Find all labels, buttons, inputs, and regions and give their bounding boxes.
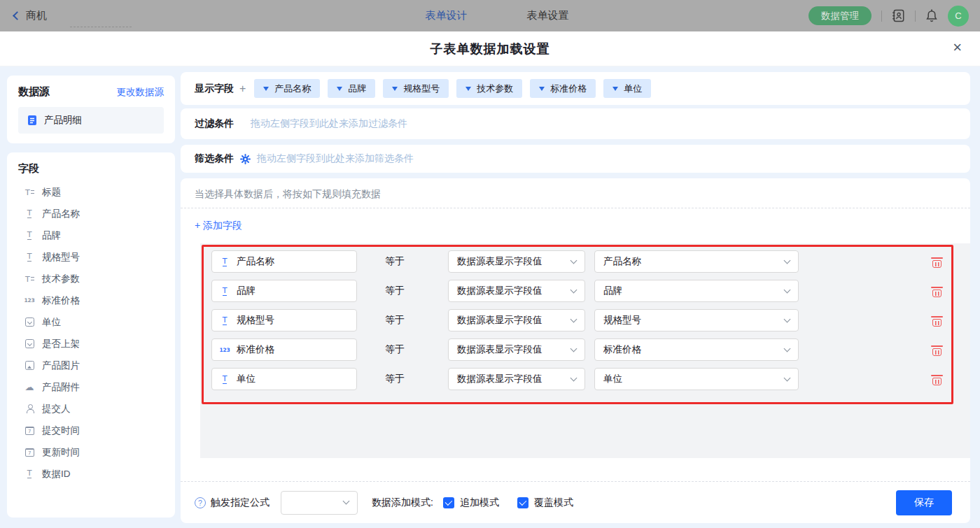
datasource-name: 产品明细 [44, 114, 82, 127]
display-field-tag[interactable]: 规格型号 [383, 79, 449, 98]
help-question-icon[interactable]: ? [195, 497, 206, 508]
field-label: 标准价格 [42, 294, 80, 307]
dropdown-triangle-icon [337, 87, 342, 91]
field-label: 技术参数 [42, 273, 80, 285]
filter-condition-card[interactable]: 过滤条件 拖动左侧字段到此处来添加过滤条件 [181, 108, 970, 139]
dropdown-triangle-icon [465, 87, 471, 91]
back-chevron-icon [13, 11, 22, 20]
sidebar-field-item[interactable]: 标题 [18, 181, 164, 203]
field-type-icon [24, 360, 35, 371]
separator [915, 10, 916, 22]
display-field-tag[interactable]: 技术参数 [456, 79, 522, 98]
topbar-actions: 数据管理 C [808, 6, 969, 27]
datasource-card: 数据源 更改数据源 产品明细 [7, 76, 175, 143]
save-button[interactable]: 保存 [896, 490, 952, 515]
sift-condition-label: 筛选条件 [195, 152, 234, 165]
dropdown-triangle-icon [612, 87, 618, 91]
separator [881, 10, 882, 22]
rules-drop-zone: 产品名称 等于 数据源表显示字段值 产品名称 品牌 等于 数据源表显示字段值 品… [200, 243, 970, 458]
form-document-icon [27, 115, 38, 126]
tab-form-settings[interactable]: 表单设置 [527, 9, 569, 22]
tag-label: 规格型号 [403, 83, 440, 95]
overwrite-mode-option[interactable]: 覆盖模式 [517, 497, 573, 509]
sidebar-field-item[interactable]: 是否上架 [18, 333, 164, 355]
field-type-icon [24, 382, 35, 393]
field-type-icon [24, 317, 35, 328]
sidebar-field-item[interactable]: 产品名称 [18, 203, 164, 224]
field-label: 提交时间 [42, 424, 80, 437]
sidebar-field-item[interactable]: 标准价格 [18, 290, 164, 311]
display-fields-label: 显示字段 [195, 83, 234, 95]
sidebar-field-item[interactable]: 提交人 [18, 398, 164, 420]
tag-label: 技术参数 [477, 83, 513, 95]
gear-icon[interactable] [240, 154, 251, 164]
sidebar-field-item[interactable]: 数据ID [18, 463, 164, 485]
field-type-icon [24, 469, 35, 480]
sidebar-field-item[interactable]: 更新时间 [18, 441, 164, 463]
sidebar-field-item[interactable]: 提交时间 [18, 420, 164, 441]
data-manage-button[interactable]: 数据管理 [808, 6, 872, 25]
contacts-icon[interactable] [892, 9, 905, 22]
display-fields-card: 显示字段 + 产品名称 品牌 规格型号 技术参数 标准价格 单位 [181, 72, 970, 105]
sidebar-field-item[interactable]: 品牌 [18, 224, 164, 246]
display-field-tag[interactable]: 标准价格 [530, 79, 596, 98]
field-label: 提交人 [42, 403, 71, 415]
display-field-tag[interactable]: 产品名称 [254, 79, 320, 98]
sift-condition-card[interactable]: 筛选条件 拖动左侧字段到此处来添加筛选条件 [181, 145, 970, 173]
divider [181, 208, 970, 208]
tag-label: 品牌 [348, 83, 366, 95]
fields-card: 字段 标题 产品名称 品牌 规格型号 技术参数 标准价格 单位 是否上架 产品图… [7, 152, 175, 518]
checkbox-checked-icon[interactable] [517, 497, 528, 508]
modal-titlebar: 子表单数据加载设置 × [0, 31, 980, 66]
tab-form-design[interactable]: 表单设计 [426, 9, 468, 22]
datasource-item[interactable]: 产品明细 [18, 107, 164, 134]
field-label: 单位 [42, 316, 61, 329]
rules-hint: 当选择具体数据后，将按如下规则填充数据 [181, 178, 970, 208]
filter-condition-label: 过滤条件 [195, 117, 234, 130]
user-avatar[interactable]: C [948, 6, 969, 27]
fields-title: 字段 [18, 162, 164, 176]
close-icon[interactable]: × [953, 40, 962, 55]
change-datasource-link[interactable]: 更改数据源 [117, 86, 164, 99]
form-name-underline [70, 27, 132, 27]
sidebar-field-item[interactable]: 技术参数 [18, 268, 164, 290]
checkbox-label: 追加模式 [460, 497, 499, 509]
topbar-tabs: 表单设计 表单设置 [426, 9, 569, 22]
data-add-mode-label: 数据添加模式: [372, 497, 433, 509]
field-label: 品牌 [42, 229, 61, 242]
field-label: 产品图片 [42, 359, 80, 372]
back-button[interactable]: 商机 [11, 9, 47, 22]
display-field-tag[interactable]: 单位 [603, 79, 651, 98]
field-type-icon [24, 208, 35, 220]
sift-condition-placeholder: 拖动左侧字段到此处来添加筛选条件 [257, 152, 414, 165]
display-field-tag[interactable]: 品牌 [328, 79, 375, 98]
add-field-link[interactable]: + 添加字段 [195, 220, 242, 232]
add-display-field-button[interactable]: + [239, 83, 246, 95]
dropdown-triangle-icon [263, 87, 269, 91]
field-type-icon [24, 425, 35, 436]
sidebar-field-item[interactable]: 规格型号 [18, 246, 164, 268]
field-label: 产品附件 [42, 381, 80, 394]
topbar: 商机 表单设计 表单设置 数据管理 C [0, 0, 980, 31]
tag-label: 标准价格 [550, 83, 587, 95]
sidebar-field-item[interactable]: 产品附件 [18, 376, 164, 398]
field-label: 产品名称 [42, 208, 80, 220]
datasource-title: 数据源 [18, 85, 50, 99]
field-type-icon [24, 338, 35, 350]
field-type-icon [24, 273, 35, 285]
tag-label: 单位 [624, 83, 642, 95]
formula-select[interactable] [281, 491, 358, 515]
trigger-formula-label: 触发指定公式 [211, 497, 270, 509]
back-label: 商机 [26, 9, 47, 22]
append-mode-option[interactable]: 追加模式 [443, 497, 499, 509]
checkbox-label: 覆盖模式 [534, 497, 573, 509]
notification-bell-icon[interactable] [925, 9, 938, 23]
field-type-icon [24, 187, 35, 198]
checkbox-checked-icon[interactable] [443, 497, 454, 508]
rules-footer: ? 触发指定公式 数据添加模式: 追加模式 覆盖模式 保存 [181, 481, 970, 523]
field-label: 数据ID [42, 468, 71, 480]
filter-condition-placeholder: 拖动左侧字段到此处来添加过滤条件 [251, 117, 407, 130]
sidebar-field-item[interactable]: 产品图片 [18, 355, 164, 376]
field-label: 标题 [42, 186, 61, 199]
sidebar-field-item[interactable]: 单位 [18, 311, 164, 333]
